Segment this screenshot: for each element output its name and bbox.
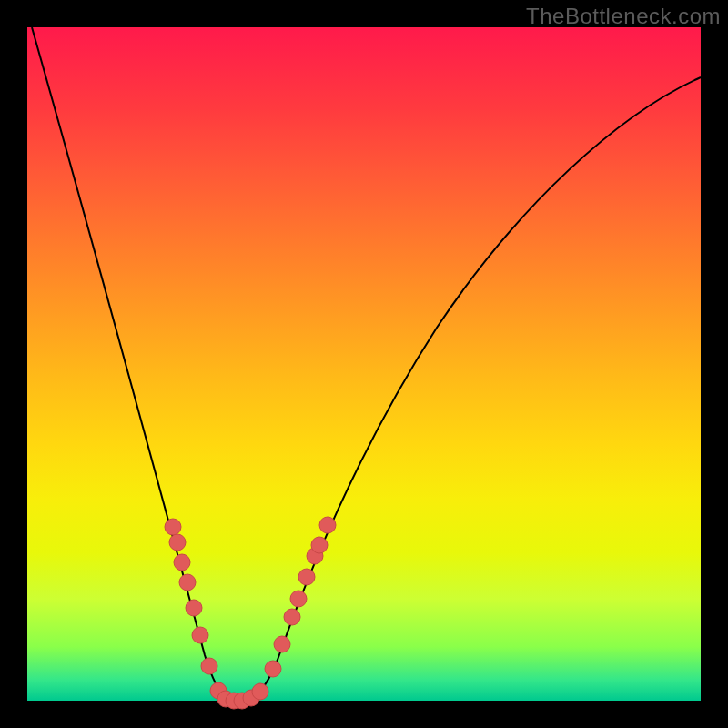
- bottleneck-curve: [32, 27, 701, 701]
- data-marker: [265, 661, 281, 677]
- plot-area: [27, 27, 701, 701]
- data-marker: [319, 517, 336, 533]
- data-marker: [252, 683, 268, 700]
- data-marker: [174, 554, 190, 571]
- watermark-text: TheBottleneck.com: [526, 4, 721, 29]
- data-marker: [179, 574, 196, 591]
- data-marker: [192, 627, 208, 643]
- data-marker: [290, 591, 307, 607]
- data-marker: [284, 609, 300, 625]
- data-marker: [186, 600, 202, 616]
- data-marker: [169, 534, 186, 551]
- marker-group: [165, 517, 336, 709]
- chart-frame: TheBottleneck.com: [0, 0, 728, 728]
- chart-svg: [27, 27, 701, 701]
- data-marker: [298, 569, 315, 585]
- data-marker: [201, 658, 217, 674]
- data-marker: [274, 636, 290, 652]
- data-marker: [165, 519, 181, 535]
- data-marker: [311, 537, 328, 553]
